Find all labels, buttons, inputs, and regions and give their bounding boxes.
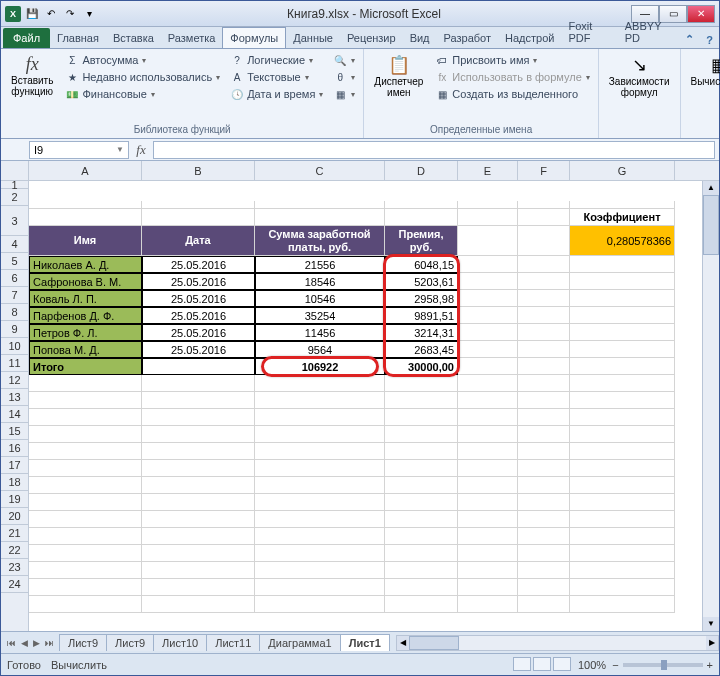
file-tab[interactable]: Файл	[3, 28, 50, 48]
name-manager-button[interactable]: 📋 Диспетчер имен	[370, 52, 427, 102]
col-F[interactable]: F	[518, 161, 570, 180]
cell-bonus[interactable]: 3214,31	[385, 324, 458, 341]
cell-E16[interactable]	[458, 460, 518, 477]
cell-F19[interactable]	[518, 511, 570, 528]
cell-B19[interactable]	[142, 511, 255, 528]
cell-F6[interactable]	[518, 290, 570, 307]
cell-C22[interactable]	[255, 562, 385, 579]
cell-G24[interactable]	[570, 596, 675, 613]
cell-E23[interactable]	[458, 579, 518, 596]
row-6[interactable]: 6	[1, 270, 28, 287]
cell-D24[interactable]	[385, 596, 458, 613]
vscroll-thumb[interactable]	[703, 195, 719, 255]
cell-bonus[interactable]: 2683,45	[385, 341, 458, 358]
insert-function-button[interactable]: fx Вставить функцию	[7, 52, 57, 102]
cell-A14[interactable]	[29, 426, 142, 443]
cell-B2[interactable]	[142, 209, 255, 226]
cell-A22[interactable]	[29, 562, 142, 579]
tab-developer[interactable]: Разработ	[437, 28, 498, 48]
tab-first-icon[interactable]: ⏮	[5, 638, 18, 648]
cell-G10[interactable]	[570, 358, 675, 375]
cell-G9[interactable]	[570, 341, 675, 358]
cell-name[interactable]: Сафронова В. М.	[29, 273, 142, 290]
cell-B20[interactable]	[142, 528, 255, 545]
cell-B17[interactable]	[142, 477, 255, 494]
cell-E17[interactable]	[458, 477, 518, 494]
save-icon[interactable]: 💾	[24, 6, 40, 22]
cell-C19[interactable]	[255, 511, 385, 528]
cell-G5[interactable]	[570, 273, 675, 290]
row-5[interactable]: 5	[1, 253, 28, 270]
cell-C16[interactable]	[255, 460, 385, 477]
cell-B22[interactable]	[142, 562, 255, 579]
cell-D12[interactable]	[385, 392, 458, 409]
cell-E2[interactable]	[458, 209, 518, 226]
cell-C21[interactable]	[255, 545, 385, 562]
cell-F17[interactable]	[518, 477, 570, 494]
cell-B12[interactable]	[142, 392, 255, 409]
row-12[interactable]: 12	[1, 372, 28, 389]
cell-A17[interactable]	[29, 477, 142, 494]
sheet-tab[interactable]: Лист9	[59, 634, 107, 651]
col-C[interactable]: C	[255, 161, 385, 180]
cell-G18[interactable]	[570, 494, 675, 511]
sheet-tab[interactable]: Лист10	[153, 634, 207, 651]
cell-date[interactable]: 25.05.2016	[142, 341, 255, 358]
col-B[interactable]: B	[142, 161, 255, 180]
cell-F8[interactable]	[518, 324, 570, 341]
cell-bonus[interactable]: 5203,61	[385, 273, 458, 290]
cell-G4[interactable]	[570, 256, 675, 273]
cell-G16[interactable]	[570, 460, 675, 477]
cell-salary[interactable]: 11456	[255, 324, 385, 341]
cell-E11[interactable]	[458, 375, 518, 392]
cell-F2[interactable]	[518, 209, 570, 226]
cell-C11[interactable]	[255, 375, 385, 392]
cell-G22[interactable]	[570, 562, 675, 579]
row-11[interactable]: 11	[1, 355, 28, 372]
cell-B18[interactable]	[142, 494, 255, 511]
cell-A23[interactable]	[29, 579, 142, 596]
cell-G20[interactable]	[570, 528, 675, 545]
cell-E5[interactable]	[458, 273, 518, 290]
col-G[interactable]: G	[570, 161, 675, 180]
cell-A19[interactable]	[29, 511, 142, 528]
cell-salary[interactable]: 10546	[255, 290, 385, 307]
cell-D1[interactable]	[385, 201, 458, 209]
calculation-button[interactable]: ▦ Вычисление	[687, 52, 721, 89]
cell-E19[interactable]	[458, 511, 518, 528]
cell-G12[interactable]	[570, 392, 675, 409]
cell-E18[interactable]	[458, 494, 518, 511]
tab-insert[interactable]: Вставка	[106, 28, 161, 48]
cell-C1[interactable]	[255, 201, 385, 209]
col-E[interactable]: E	[458, 161, 518, 180]
cell-A1[interactable]	[29, 201, 142, 209]
cell-date[interactable]: 25.05.2016	[142, 290, 255, 307]
cell-G21[interactable]	[570, 545, 675, 562]
cell-A21[interactable]	[29, 545, 142, 562]
row-2[interactable]: 2	[1, 189, 28, 206]
cell-B1[interactable]	[142, 201, 255, 209]
qat-customize-icon[interactable]: ▾	[81, 6, 97, 22]
cell-F10[interactable]	[518, 358, 570, 375]
cell-D11[interactable]	[385, 375, 458, 392]
total-salary[interactable]: 106922	[255, 358, 385, 375]
financial-button[interactable]: 💵Финансовые▾	[63, 86, 222, 102]
cell-F14[interactable]	[518, 426, 570, 443]
cell-E7[interactable]	[458, 307, 518, 324]
cell-name[interactable]: Коваль Л. П.	[29, 290, 142, 307]
row-17[interactable]: 17	[1, 457, 28, 474]
cell-A11[interactable]	[29, 375, 142, 392]
redo-icon[interactable]: ↷	[62, 6, 78, 22]
cell-G11[interactable]	[570, 375, 675, 392]
datetime-button[interactable]: 🕓Дата и время▾	[228, 86, 325, 102]
row-8[interactable]: 8	[1, 304, 28, 321]
cell-B23[interactable]	[142, 579, 255, 596]
cell-E22[interactable]	[458, 562, 518, 579]
cell-date[interactable]: 25.05.2016	[142, 256, 255, 273]
cell-D23[interactable]	[385, 579, 458, 596]
header-bonus[interactable]: Премия, руб.	[385, 226, 458, 256]
cell-bonus[interactable]: 2958,98	[385, 290, 458, 307]
tab-abbyy[interactable]: ABBYY PD	[618, 16, 679, 48]
cell-F24[interactable]	[518, 596, 570, 613]
scroll-down-icon[interactable]: ▼	[703, 617, 719, 631]
